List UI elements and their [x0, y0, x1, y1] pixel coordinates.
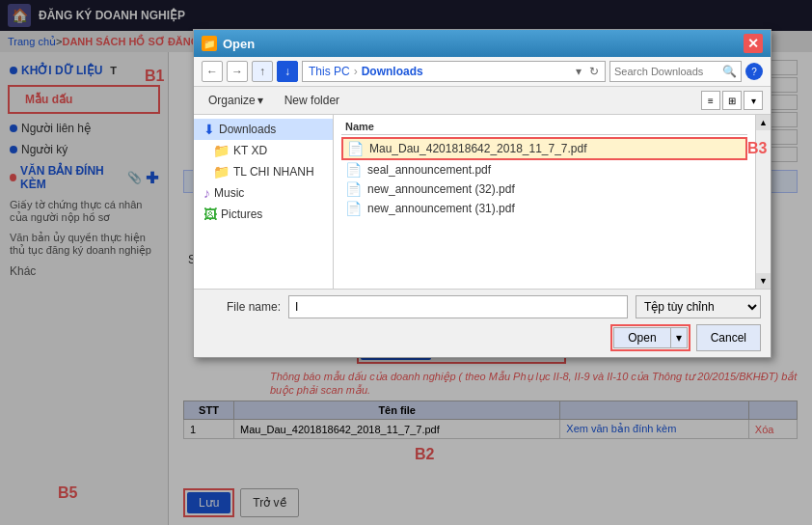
- up-button[interactable]: ↑: [252, 61, 273, 82]
- file-name-1: Mau_Dau_4201818642_2018_11_7_7.pdf: [369, 142, 587, 155]
- search-input[interactable]: [614, 66, 720, 77]
- nav-item-kt-xd[interactable]: 📁 KT XD: [194, 140, 333, 161]
- view-more-icon[interactable]: ▾: [744, 91, 763, 110]
- nav-item-pictures[interactable]: 🖼 Pictures: [194, 204, 333, 225]
- pictures-icon: 🖼: [203, 207, 217, 222]
- file-name-3: new_announcement (32).pdf: [367, 182, 515, 196]
- nav-item-music[interactable]: ♪ Music: [194, 182, 333, 204]
- folder-icon-kt: 📁: [213, 143, 230, 158]
- view-details-icon[interactable]: ⊞: [722, 91, 742, 110]
- view-list-icon[interactable]: ≡: [701, 91, 720, 110]
- dialog-nav-panel: ⬇ Downloads 📁 KT XD 📁 TL CHI NHANH ♪ Mus…: [194, 115, 334, 289]
- file-item-3[interactable]: 📄 new_announcement (32).pdf: [341, 180, 747, 199]
- search-icon: 🔍: [722, 65, 737, 78]
- dialog-close-button[interactable]: ✕: [744, 34, 763, 53]
- pdf-icon-3: 📄: [345, 181, 362, 197]
- dialog-title-icon: 📁: [202, 36, 217, 51]
- cancel-button[interactable]: Cancel: [696, 324, 761, 351]
- folder-icon-tl: 📁: [213, 164, 230, 180]
- scroll-down-button[interactable]: ▼: [756, 273, 771, 289]
- pdf-icon-2: 📄: [345, 162, 362, 178]
- search-box: 🔍: [609, 61, 742, 82]
- path-separator: ›: [354, 65, 358, 78]
- downloads-folder-icon: ⬇: [203, 122, 215, 137]
- file-item-1[interactable]: 📄 Mau_Dau_4201818642_2018_11_7_7.pdf: [341, 137, 747, 160]
- pdf-icon-1: 📄: [347, 141, 364, 156]
- dialog-body: ⬇ Downloads 📁 KT XD 📁 TL CHI NHANH ♪ Mus…: [194, 115, 771, 289]
- forward-button[interactable]: →: [227, 61, 248, 82]
- label-b3: B3: [747, 140, 767, 157]
- path-refresh-icon[interactable]: ↻: [589, 65, 599, 78]
- file-item-4[interactable]: 📄 new_announcement (31).pdf: [341, 199, 747, 218]
- path-part-1[interactable]: This PC: [309, 65, 350, 78]
- nav-item-downloads[interactable]: ⬇ Downloads: [194, 119, 333, 140]
- help-button[interactable]: ?: [745, 63, 763, 80]
- organize-dropdown-icon: ▾: [257, 94, 263, 107]
- file-name-row: File name: Tệp tùy chỉnh: [203, 295, 761, 318]
- open-button[interactable]: Open: [613, 327, 670, 348]
- back-button[interactable]: ←: [202, 61, 223, 82]
- open-file-dialog: 📁 Open ✕ ← → ↑ ↓ This PC › Downloads ▾ ↻…: [193, 29, 771, 358]
- view-buttons: ≡ ⊞ ▾: [701, 91, 763, 110]
- path-dropdown-icon[interactable]: ▾: [576, 65, 582, 78]
- file-item-2[interactable]: 📄 seal_announcement.pdf: [341, 160, 747, 180]
- file-name-input[interactable]: [288, 295, 628, 318]
- file-list-header: Name: [341, 119, 747, 135]
- open-dropdown-button[interactable]: ▾: [671, 327, 688, 348]
- file-name-2: seal_announcement.pdf: [367, 163, 491, 177]
- music-icon: ♪: [203, 185, 210, 201]
- dialog-toolbar: ← → ↑ ↓ This PC › Downloads ▾ ↻ 🔍 ?: [194, 57, 771, 87]
- file-list-panel: Name 📄 Mau_Dau_4201818642_2018_11_7_7.pd…: [334, 115, 755, 289]
- pdf-icon-4: 📄: [345, 201, 362, 216]
- scroll-up-button[interactable]: ▲: [756, 115, 771, 130]
- dialog-titlebar: 📁 Open ✕: [194, 30, 771, 57]
- open-button-box: Open ▾: [610, 324, 690, 351]
- path-part-2[interactable]: Downloads: [362, 65, 423, 78]
- organize-button[interactable]: Organize ▾: [202, 91, 270, 110]
- dialog-path-bar: This PC › Downloads ▾ ↻: [302, 61, 606, 82]
- dialog-action-bar: Organize ▾ New folder ≡ ⊞ ▾: [194, 87, 771, 115]
- file-type-select[interactable]: Tệp tùy chỉnh: [636, 295, 761, 318]
- nav-item-tl-chi-nhanh[interactable]: 📁 TL CHI NHANH: [194, 161, 333, 182]
- dialog-title: Open: [223, 37, 255, 51]
- file-name-4: new_announcement (31).pdf: [367, 202, 515, 215]
- new-folder-button[interactable]: New folder: [278, 91, 346, 110]
- file-name-label: File name:: [203, 300, 281, 314]
- dialog-bottom: File name: Tệp tùy chỉnh Open ▾ Cancel: [194, 289, 771, 357]
- dialog-buttons: Open ▾ Cancel: [203, 324, 761, 351]
- download-icon[interactable]: ↓: [277, 61, 298, 82]
- open-button-group: Open ▾: [613, 327, 687, 348]
